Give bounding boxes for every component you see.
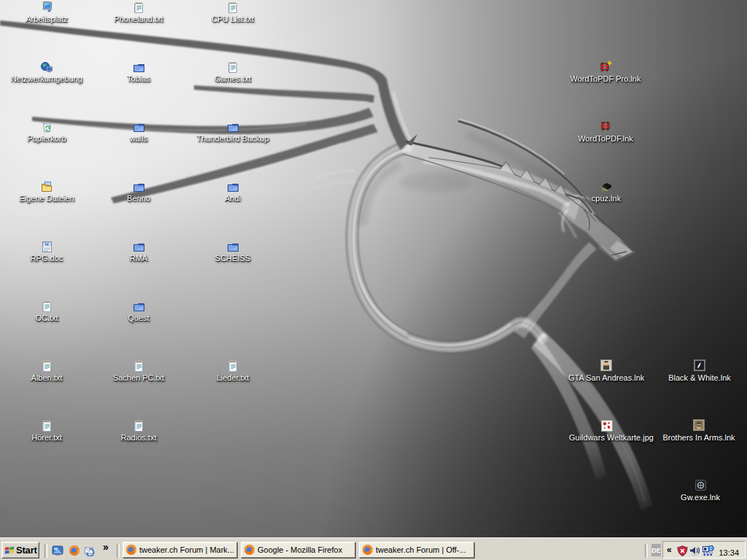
svg-text:W: W <box>44 241 50 246</box>
